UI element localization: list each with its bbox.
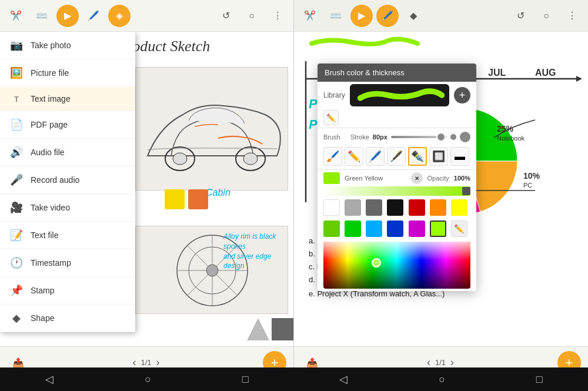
add-stroke-button[interactable]: + [454,87,470,103]
car-sketch [135,67,288,191]
gradient-cursor [372,258,381,268]
right-pen-tool[interactable]: 🖊️ [376,5,399,27]
right-keyboard-tool[interactable]: ⌨️ [325,5,347,27]
brush-tool-3[interactable]: 🖊️ [366,147,385,166]
right-scissors-tool[interactable]: ✂️ [299,5,321,27]
right-redo-tool[interactable]: ○ [535,5,557,27]
back-button-left[interactable]: ◁ [45,373,54,386]
color-yellow[interactable] [451,199,467,216]
recent-button-left[interactable]: □ [242,373,249,386]
right-undo-tool[interactable]: ↺ [509,5,532,27]
gray-shapes [247,318,293,340]
home-button-left[interactable]: ○ [145,373,151,386]
library-row: Library + [318,82,476,109]
svg-text:AUG: AUG [535,68,556,78]
prev-page-button[interactable]: ‹ [132,356,136,369]
textfile-icon: 📝 [9,229,24,242]
right-eraser-tool[interactable]: ◆ [402,5,425,27]
library-edit-button[interactable]: ✏️ [323,110,339,125]
brush-tool-1[interactable]: 🖌️ [323,147,342,166]
opacity-thumb [462,187,470,195]
clock-icon: 🕐 [9,256,24,269]
right-canvas: JUL AUG Pr Pr a. Pr... b. Pr... c. Pr...… [294,32,588,346]
gray-triangle [247,318,269,340]
brush-tool-6[interactable]: 🔲 [429,147,448,166]
scissors-tool[interactable]: ✂️ [5,5,27,27]
svg-point-10 [206,265,218,276]
color-edit-button[interactable]: ✏️ [451,220,467,237]
cabin-label: Cabin [206,188,230,198]
system-nav-bar: ◁ ○ □ ◁ ○ □ [0,367,588,391]
brush-tool-5[interactable]: ✒️ [408,147,427,166]
menu-pdf-page[interactable]: 📄 PDF page [0,111,135,139]
stroke-max-indicator [460,132,470,142]
pdf-icon: 📄 [9,118,24,131]
menu-stamp[interactable]: 📌 Stamp [0,277,135,305]
color-black[interactable] [387,199,403,216]
text-image-icon: T [9,95,24,103]
opacity-slider-row [318,185,476,197]
undo-tool[interactable]: ↺ [215,5,237,27]
right-more-tool[interactable]: ⋮ [561,5,583,27]
remove-color-button[interactable]: ✕ [411,172,423,184]
swatch-yellow [165,189,185,209]
pen-tool[interactable]: 🖊️ [82,5,105,27]
more-tool[interactable]: ⋮ [266,5,289,27]
color-gray-light[interactable] [345,199,361,216]
color-green[interactable] [345,220,361,237]
menu-shape[interactable]: ◆ Shape [0,305,135,332]
eraser-tool[interactable]: ◈ [108,5,131,27]
brush-tool-2[interactable]: ✏️ [345,147,363,166]
color-blue-dark[interactable] [387,220,403,237]
redo-tool[interactable]: ○ [240,5,263,27]
menu-text-file[interactable]: 📝 Text file [0,222,135,249]
color-blue-light[interactable] [366,220,382,237]
right-prev-page-button[interactable]: ‹ [427,356,430,369]
opacity-slider[interactable] [323,186,470,196]
menu-picture-file[interactable]: 🖼️ Picture file [0,59,135,87]
right-toolbar: ✂️ ⌨️ ▶ 🖊️ ◆ ↺ ○ ⋮ [294,0,588,32]
menu-record-audio[interactable]: 🎤 Record audio [0,166,135,194]
menu-take-photo[interactable]: 📷 Take photo [0,32,135,59]
menu-text-image[interactable]: T Text image [0,87,135,111]
stroke-min-indicator [450,134,456,140]
color-orange[interactable] [430,199,446,216]
back-button-right[interactable]: ◁ [339,373,348,386]
brush-tool-7[interactable]: ▬ [450,147,469,166]
color-label-row: Green Yellow ✕ Opacity 100% [318,171,476,185]
alloy-text: Alloy rim is black spokesand silver edge… [223,232,293,271]
mic-icon: 🎤 [9,173,24,186]
color-grid-row2: ✏️ [318,218,476,239]
brush-tool-4[interactable]: 🖋️ [387,147,406,166]
stroke-preview [350,84,449,106]
brush-label: Brush [323,133,347,141]
stroke-size-value: 80px [373,133,387,141]
right-select-tool[interactable]: ▶ [350,5,373,27]
color-lime[interactable] [323,220,340,237]
menu-audio-file[interactable]: 🔊 Audio file [0,139,135,166]
brush-tools-row: 🖌️ ✏️ 🖊️ 🖋️ ✒️ 🔲 ▬ [318,145,476,168]
audio-icon: 🔊 [9,146,24,159]
color-swatches [165,189,208,209]
select-tool[interactable]: ▶ [56,5,79,27]
right-page-info: 1/1 [435,358,446,367]
menu-timestamp[interactable]: 🕐 Timestamp [0,249,135,277]
color-red[interactable] [409,199,425,216]
keyboard-tool[interactable]: ⌨️ [31,5,53,27]
gradient-picker[interactable] [323,242,470,289]
camera-icon: 📷 [9,39,24,52]
color-white[interactable] [323,199,340,216]
right-next-page-button[interactable]: › [450,356,454,369]
color-gray-dark[interactable] [366,199,382,216]
recent-button-right[interactable]: □ [536,373,543,386]
current-color-swatch [323,172,340,184]
color-purple[interactable] [409,220,425,237]
stroke-slider[interactable] [391,136,447,138]
left-toolbar: ✂️ ⌨️ ▶ 🖊️ ◈ ↺ ○ ⋮ [0,0,293,32]
video-icon: 🎥 [9,201,24,214]
color-yellow-green[interactable] [430,220,446,237]
menu-take-video[interactable]: 🎥 Take video [0,194,135,222]
next-page-button[interactable]: › [156,356,160,369]
stroke-thumb [436,132,446,142]
home-button-right[interactable]: ○ [439,373,445,386]
